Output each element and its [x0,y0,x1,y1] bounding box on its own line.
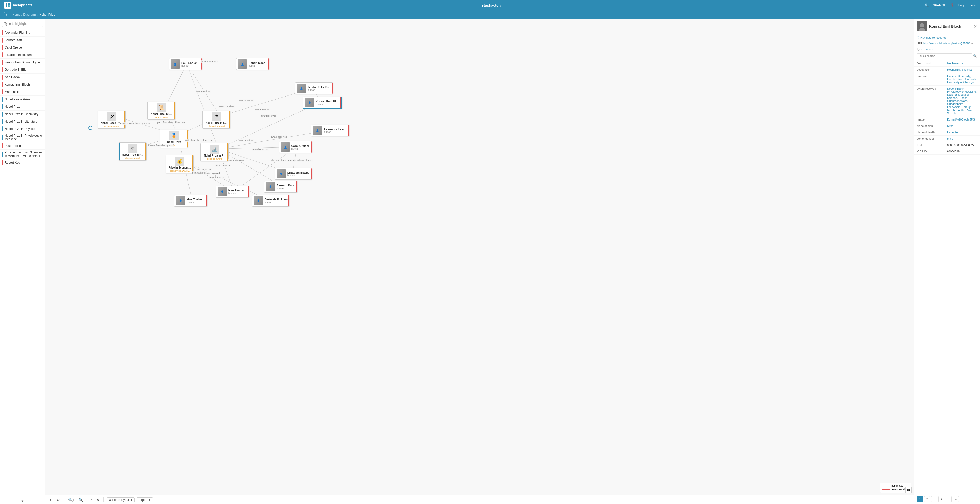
export-button[interactable]: Export ▼ [137,498,153,502]
breadcrumb-sep1: / [21,13,22,16]
person-node[interactable]: 👤Gertrude B. Elionhuman [252,195,290,207]
sidebar-item[interactable]: Paul Ehrlich [0,142,45,149]
sidebar-search-input[interactable] [2,21,43,27]
person-node-type: human [307,89,331,91]
award-node[interactable]: 💰Prize in Econom...economics award... [165,155,194,173]
node-right-bar [228,143,228,161]
help-icon[interactable]: ❓ [950,3,954,7]
zoom-out-button[interactable]: 🔍− [78,498,86,502]
grid-toggle-button[interactable]: ⊞ [905,487,912,493]
sidebar-item[interactable]: Nobel Prize in Chemistry [0,111,45,118]
sidebar-item-color-bar [2,60,3,65]
prop-value[interactable]: Nobel Prize in Physiology or Medicine, N… [947,87,977,114]
sparql-link[interactable]: SPARQL [933,3,946,7]
prop-value[interactable]: Harvard University, Florida State Univer… [947,75,977,84]
sidebar-item[interactable]: Nobel Peace Prize [0,96,45,103]
person-node[interactable]: 👤Paul Ehrlichhuman [169,58,202,70]
sidebar-item[interactable]: Bernard Katz [0,37,45,44]
sidebar-item[interactable]: Ivan Pavlov [0,73,45,81]
award-node[interactable]: 🔬Nobel Prize in P...science award [200,143,229,161]
person-node[interactable]: 👤Max Theilerhuman [174,195,207,207]
person-node-image: 👤 [313,126,322,135]
person-node[interactable]: 👤Carol Greiderhuman [279,141,312,153]
page-button[interactable]: 3 [931,496,937,502]
prop-value[interactable]: Konrad%20Bloch.JPG [947,118,977,121]
sidebar-item[interactable]: Elizabeth Blackburn [0,51,45,59]
person-node-info: Feodor Felix Ko...human [307,86,331,91]
prop-value[interactable]: male [947,137,977,140]
lang-selector[interactable]: en▾ [970,3,976,7]
search-icon[interactable]: 🔍 [924,3,929,7]
prop-value[interactable]: Lexington [947,131,977,134]
panel-search-icon[interactable]: 🔍 [973,54,977,58]
redo-button[interactable]: ↻ [56,498,61,502]
breadcrumb-home[interactable]: Home [12,13,21,16]
zoom-in-button[interactable]: 🔍+ [67,498,76,502]
sidebar-item[interactable]: Nobel Prize [0,103,45,111]
sidebar-item[interactable]: Konrad Emil Bloch [0,81,45,88]
award-node[interactable]: ⚗Nobel Prize in C...chemistry award [202,111,231,129]
sidebar-item[interactable]: Nobel Prize in Physics [0,126,45,133]
page-button[interactable]: 5 [945,496,951,502]
type-value[interactable]: human [924,48,933,51]
prop-row: ISNI0000 0000 8251 0522 [914,142,980,148]
person-node[interactable]: 👤Feodor Felix Ko...human [295,83,333,94]
award-node[interactable]: 🏅Nobel Prizeaward [160,130,188,148]
sidebar-item[interactable]: Gertrude B. Elion [0,66,45,73]
page-button[interactable]: 2 [924,496,930,502]
clear-button[interactable]: ✕ [95,498,100,502]
prop-value[interactable]: Nysa [947,124,977,127]
award-node[interactable]: 📜Nobel Prize in L...literary award [147,102,175,120]
award-node[interactable]: 🕊Nobel Peace Pri...peace awards [97,111,126,129]
sidebar-item[interactable]: Prize in Economic Sciences in Memory of … [0,149,45,159]
sidebar-item[interactable]: Robert Koch [0,159,45,167]
logo-icon [4,2,11,9]
panel-close-button[interactable]: ✕ [974,24,977,29]
person-node[interactable]: 👤Robert Kochhuman [236,58,269,70]
type-label: Type: [917,48,924,51]
prop-row: place of birthNysa [914,123,980,129]
page-button[interactable]: 4 [939,496,945,502]
fit-button[interactable]: ⤢ [88,498,93,502]
award-node-type: award [171,144,177,146]
panel-search-input[interactable] [917,53,972,59]
sidebar-item[interactable]: Alexander Fleming [0,29,45,37]
prop-label: place of death [917,131,945,134]
person-node[interactable]: 👤Bernard Katzhuman [264,181,297,192]
sidebar-item-color-bar [2,38,3,43]
force-layout-icon: ⚙ [108,498,111,502]
panel-uri: URI: http://www.wikidata.org/entity/Q356… [914,41,980,46]
page-button[interactable]: » [953,496,959,502]
sidebar-scroll-down[interactable]: ▼ [0,498,45,504]
undo-button[interactable]: ↩ [49,498,54,502]
person-node[interactable]: 👤Elizabeth Black...human [275,168,312,180]
node-right-bar [187,130,188,148]
sidebar-item[interactable]: Nobel Prize in Literature [0,118,45,126]
prop-label: award received [917,87,945,90]
prop-value[interactable]: biochemistry [947,62,977,65]
page-button[interactable]: 1 [917,496,923,502]
sidebar-item[interactable]: Nobel Prize in Physiology or Medicine [0,133,45,142]
person-node-type: human [228,192,244,195]
expand-button[interactable]: ▶ [4,12,9,17]
person-node-type: human [291,147,309,150]
node-right-bar [201,59,202,70]
person-node[interactable]: 👤Konrad Emil Blo...human [303,97,342,109]
person-node[interactable]: 👤Ivan Pavlovhuman [216,186,249,198]
award-node[interactable]: ⚛Nobel Prize in P...physics award [119,143,146,161]
sidebar-item[interactable]: Max Theiler [0,88,45,96]
force-layout-button[interactable]: ⚙ Force layout ▼ [107,498,135,502]
person-node[interactable]: 👤Alexander Flemi...human [311,125,349,136]
panel-navigate-link[interactable]: ⬡ Navigate to resource [914,34,980,41]
login-button[interactable]: Login [958,3,966,7]
canvas-area[interactable]: 👤Paul Ehrlichhuman👤Robert Kochhuman👤Feod… [46,19,913,504]
uri-value[interactable]: http://www.wikidata.org/entity/Q35698 [923,42,970,45]
uri-copy-icon[interactable]: ⧉ [971,42,973,45]
sidebar-item[interactable]: Feodor Felix Konrad Lynen [0,59,45,66]
prop-label: field of work [917,62,945,65]
prop-value[interactable]: biochemist, chemist [947,68,977,71]
sidebar-item-color-bar [2,30,3,35]
sidebar-item[interactable]: Carol Greider [0,44,45,51]
app-logo[interactable]: metaphacts [4,2,33,9]
breadcrumb-diagrams[interactable]: Diagrams [23,13,36,16]
